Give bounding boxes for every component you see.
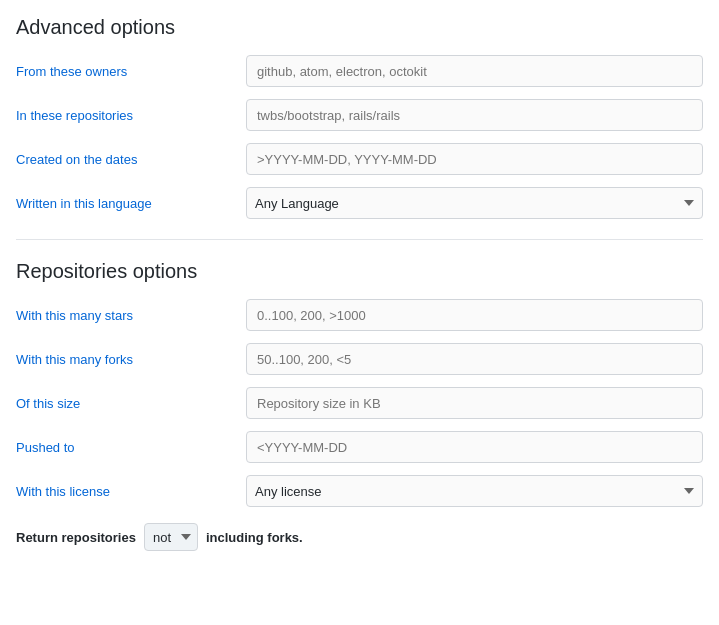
with-license-label: With this license bbox=[16, 484, 246, 499]
with-many-stars-input[interactable] bbox=[246, 299, 703, 331]
from-owners-input[interactable] bbox=[246, 55, 703, 87]
with-license-row: With this license Any license MIT Apache… bbox=[16, 475, 703, 507]
with-many-stars-row: With this many stars bbox=[16, 299, 703, 331]
with-license-select[interactable]: Any license MIT Apache 2.0 GPL v3 BSD 2-… bbox=[246, 475, 703, 507]
return-repositories-select[interactable]: not only bbox=[144, 523, 198, 551]
return-repositories-label: Return repositories bbox=[16, 530, 136, 545]
advanced-options-title: Advanced options bbox=[16, 16, 703, 39]
with-many-forks-row: With this many forks bbox=[16, 343, 703, 375]
in-repositories-row: In these repositories bbox=[16, 99, 703, 131]
created-on-dates-label: Created on the dates bbox=[16, 152, 246, 167]
with-many-stars-label: With this many stars bbox=[16, 308, 246, 323]
of-this-size-input[interactable] bbox=[246, 387, 703, 419]
pushed-to-label: Pushed to bbox=[16, 440, 246, 455]
pushed-to-input[interactable] bbox=[246, 431, 703, 463]
in-repositories-label: In these repositories bbox=[16, 108, 246, 123]
return-repositories-suffix: including forks. bbox=[206, 530, 303, 545]
written-in-language-select[interactable]: Any Language JavaScript Python Ruby Java… bbox=[246, 187, 703, 219]
in-repositories-input[interactable] bbox=[246, 99, 703, 131]
created-on-dates-input[interactable] bbox=[246, 143, 703, 175]
from-owners-label: From these owners bbox=[16, 64, 246, 79]
written-in-language-label: Written in this language bbox=[16, 196, 246, 211]
of-this-size-row: Of this size bbox=[16, 387, 703, 419]
repositories-options-title: Repositories options bbox=[16, 260, 703, 283]
with-many-forks-label: With this many forks bbox=[16, 352, 246, 367]
from-owners-row: From these owners bbox=[16, 55, 703, 87]
written-in-language-row: Written in this language Any Language Ja… bbox=[16, 187, 703, 219]
pushed-to-row: Pushed to bbox=[16, 431, 703, 463]
created-on-dates-row: Created on the dates bbox=[16, 143, 703, 175]
of-this-size-label: Of this size bbox=[16, 396, 246, 411]
with-many-forks-input[interactable] bbox=[246, 343, 703, 375]
section-divider bbox=[16, 239, 703, 240]
return-repositories-row: Return repositories not only including f… bbox=[16, 523, 703, 551]
